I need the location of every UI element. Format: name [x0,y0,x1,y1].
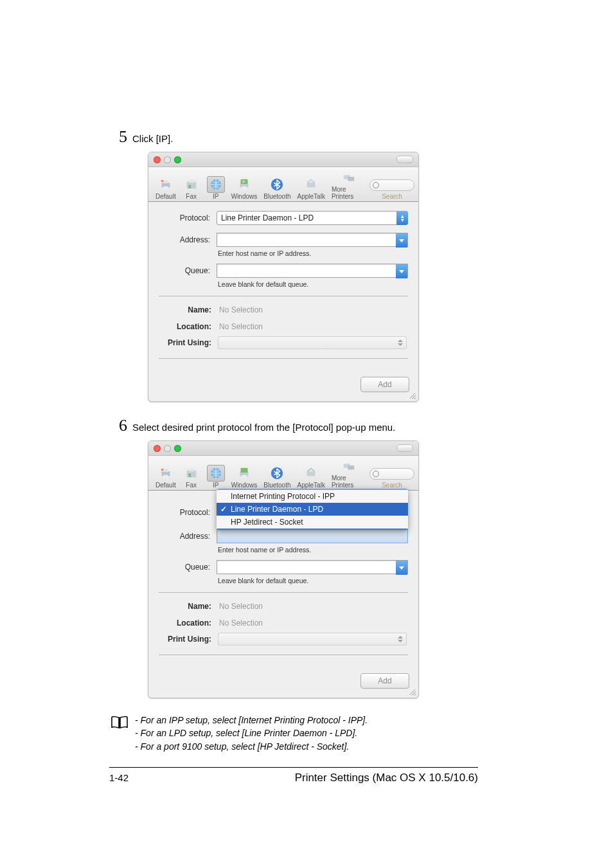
svg-rect-23 [188,476,191,477]
step-text: Click [IP]. [132,132,173,145]
svg-rect-7 [188,187,191,188]
toolbar-label: Fax [186,193,197,200]
zoom-window-button[interactable] [174,445,181,452]
zoom-window-button[interactable] [174,156,181,163]
svg-rect-6 [188,185,191,186]
toolbar-ip[interactable]: IP [204,176,228,200]
add-button[interactable]: Add [360,377,409,392]
toolbar-label: More Printers [332,475,366,489]
location-value: No Selection [218,616,264,630]
toolbar-search-input[interactable] [369,468,414,480]
close-window-button[interactable] [154,156,161,163]
location-label: Location: [160,322,218,331]
window-titlebar [148,152,418,167]
note-text: - For an IPP setup, select [Internet Pri… [135,714,368,753]
protocol-option-lpd[interactable]: Line Printer Daemon - LPD [217,503,408,516]
queue-input[interactable] [217,560,408,574]
chevron-down-icon[interactable] [396,233,407,248]
svg-rect-11 [240,179,247,184]
toolbar-label: Windows [231,482,258,489]
toolbar: Default Fax IP Windows [148,167,418,202]
resize-grip[interactable] [409,392,416,399]
toolbar-toggle-button[interactable] [396,444,413,452]
svg-rect-10 [242,186,246,190]
minimize-window-button[interactable] [164,156,171,163]
reference-book-icon [109,714,129,753]
note-line: - For a port 9100 setup, select [HP Jetd… [135,740,368,753]
appletalk-icon [302,465,320,482]
printusing-select[interactable] [218,633,407,646]
toolbar-label: Bluetooth [263,193,290,200]
svg-rect-22 [188,474,191,475]
note-line: - For an LPD setup, select [Line Printer… [135,727,368,739]
printusing-select[interactable] [218,336,407,349]
protocol-value: Line Printer Daemon - LPD [221,213,314,222]
svg-rect-27 [240,468,247,473]
printusing-label: Print Using: [160,338,218,347]
fax-icon [182,176,200,193]
globe-icon [207,176,225,193]
svg-rect-5 [188,180,194,183]
chevron-down-icon[interactable] [396,264,407,278]
toolbar-toggle-button[interactable] [396,156,413,163]
toolbar-fax[interactable]: Fax [179,465,204,489]
toolbar-label: IP [213,482,218,489]
globe-icon [207,465,225,482]
printer-icon [157,465,175,482]
toolbar-appletalk[interactable]: AppleTalk [294,176,328,200]
close-window-button[interactable] [154,445,161,452]
resize-grip[interactable] [409,688,416,696]
name-label: Name: [160,602,218,611]
location-value: No Selection [218,320,264,334]
toolbar-bluetooth[interactable]: Bluetooth [260,465,294,489]
protocol-dropdown-menu: Internet Printing Protocol - IPP Line Pr… [217,489,408,530]
minimize-window-button[interactable] [164,445,171,452]
protocol-option-socket[interactable]: HP Jetdirect - Socket [217,516,408,529]
dropdown-indicator-icon [397,339,404,346]
toolbar-fax[interactable]: Fax [179,176,204,200]
toolbar-ip[interactable]: IP [204,465,228,489]
svg-point-3 [161,180,164,183]
queue-hint: Leave blank for default queue. [159,280,408,288]
svg-rect-26 [242,475,246,478]
toolbar-more-printers[interactable]: More Printers [328,169,369,200]
window-titlebar [148,441,418,456]
location-label: Location: [160,619,218,628]
protocol-select[interactable]: Line Printer Daemon - LPD [217,211,408,225]
address-input[interactable] [217,529,408,543]
toolbar-bluetooth[interactable]: Bluetooth [260,176,294,200]
svg-rect-18 [163,475,168,478]
chevron-down-icon[interactable] [396,561,407,575]
queue-input[interactable] [217,264,408,278]
step-number: 5 [109,129,127,145]
svg-rect-31 [348,466,354,469]
address-input[interactable] [217,233,408,247]
more-printers-icon [340,458,358,475]
toolbar-windows[interactable]: Windows [228,176,261,200]
toolbar-label: Fax [186,482,197,489]
name-label: Name: [160,305,218,314]
toolbar-default[interactable]: Default [152,465,179,489]
toolbar-label: Windows [231,193,258,200]
protocol-label: Protocol: [159,508,217,517]
queue-hint: Leave blank for default queue. [159,577,408,584]
svg-rect-13 [307,183,315,187]
toolbar-search-input[interactable] [369,179,414,191]
toolbar-more-printers[interactable]: More Printers [328,458,369,489]
windows-icon [235,465,253,482]
toolbar-label: More Printers [332,186,366,200]
toolbar-appletalk[interactable]: AppleTalk [294,465,328,489]
protocol-option-ipp[interactable]: Internet Printing Protocol - IPP [217,490,408,503]
footer-title: Printer Settings (Mac OS X 10.5/10.6) [295,772,478,784]
toolbar-windows[interactable]: Windows [228,465,261,489]
screenshot-protocol-menu: Default Fax IP Windows Bluetooth AppleTa… [148,440,419,698]
printer-icon [157,176,175,193]
toolbar-default[interactable]: Default [152,176,179,200]
add-button[interactable]: Add [360,673,409,689]
printusing-label: Print Using: [160,635,218,644]
name-value: No Selection [218,599,264,613]
dropdown-indicator-icon [397,636,404,642]
windows-icon [235,176,253,193]
svg-rect-1 [163,181,168,184]
svg-rect-17 [163,469,168,473]
